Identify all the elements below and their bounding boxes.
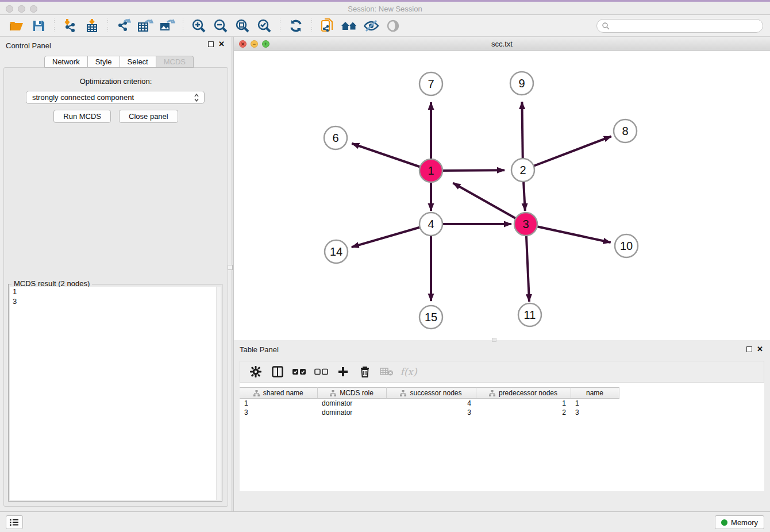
close-table-panel-icon[interactable]: ✕ [757,346,763,352]
clone-network-icon[interactable] [319,17,336,34]
svg-text:3: 3 [522,218,529,230]
column-header-MCDS-role[interactable]: MCDS role [317,388,386,399]
table-cell[interactable]: 4 [386,399,476,408]
table-cell[interactable]: dominator [317,408,386,417]
table-cell[interactable]: 1 [240,399,317,408]
search-input[interactable] [610,22,748,30]
result-scrollbar[interactable] [216,287,221,500]
svg-text:9: 9 [518,77,525,90]
import-table-icon[interactable] [83,17,101,34]
network-graph[interactable]: 7968124314101511 [234,51,770,340]
memory-button[interactable]: Memory [715,515,764,529]
column-header-successor-nodes[interactable]: successor nodes [386,388,476,399]
table-cell[interactable]: 3 [571,408,619,417]
edge-3-10[interactable] [526,224,611,242]
node-10[interactable]: 10 [615,234,638,257]
zoom-fit-icon[interactable] [234,17,251,34]
node-11[interactable]: 11 [518,303,541,326]
result-line: 1 [10,287,221,296]
import-network-icon[interactable] [61,17,79,34]
node-14[interactable]: 14 [325,240,348,263]
tab-mcds[interactable]: MCDS [156,56,194,68]
eye-disabled-icon [384,17,402,34]
table-panel-title: Table Panel [240,345,279,354]
run-mcds-button[interactable]: Run MCDS [53,110,111,123]
node-1[interactable]: 1 [419,159,442,182]
close-panel-icon[interactable]: ✕ [218,41,225,47]
network-canvas[interactable]: 7968124314101511 [234,51,770,340]
export-table-icon[interactable] [137,17,154,34]
node-table-area: shared nameMCDS rolesuccessor nodesprede… [240,383,764,491]
main-toolbar [0,15,770,37]
zoom-in-icon[interactable] [190,17,207,34]
node-6[interactable]: 6 [324,126,347,149]
table-row[interactable]: 3dominator323 [240,408,619,417]
deselect-all-columns-icon[interactable] [313,364,330,379]
horizontal-splitter-handle[interactable] [492,338,496,342]
network-window-titlebar[interactable]: ✕ − + scc.txt [234,38,770,51]
criterion-dropdown[interactable]: strongly connected component [26,91,205,104]
table-row[interactable]: 1dominator411 [240,399,619,408]
tab-network[interactable]: Network [44,56,88,68]
network-window-title: scc.txt [234,40,770,48]
search-icon [602,22,610,30]
table-cell[interactable]: 3 [386,408,476,417]
table-cell[interactable]: 2 [476,408,571,417]
node-15[interactable]: 15 [419,306,442,329]
task-history-button[interactable] [6,515,23,529]
tab-select[interactable]: Select [120,56,156,68]
export-image-icon[interactable] [159,17,176,34]
table-cell[interactable]: 1 [571,399,619,408]
settings-gear-icon[interactable] [247,364,264,379]
search-field[interactable] [596,19,763,33]
edge-2-8[interactable] [523,136,611,170]
close-panel-button[interactable]: Close panel [119,110,178,123]
zoom-selected-icon[interactable] [256,17,273,34]
tab-style[interactable]: Style [88,56,120,68]
svg-text:8: 8 [622,125,628,137]
column-header-name[interactable]: name [571,388,619,399]
column-header-predecessor-nodes[interactable]: predecessor nodes [476,388,571,399]
add-column-icon[interactable] [334,364,352,379]
node-9[interactable]: 9 [510,72,533,95]
edge-3-1[interactable] [453,183,526,224]
mcds-result-groupbox: MCDS result (2 nodes) 13 [8,284,222,502]
table-cell[interactable]: 1 [476,399,571,408]
split-view-icon[interactable] [269,364,286,379]
home-networks-icon[interactable] [341,17,358,34]
table-header-row[interactable]: shared nameMCDS rolesuccessor nodesprede… [240,388,619,399]
table-cell[interactable]: 3 [240,408,317,417]
node-2[interactable]: 2 [511,159,534,182]
optimization-criterion-label: Optimization criterion: [4,77,228,86]
control-panel-header: Control Panel ✕ [0,37,232,54]
node-3[interactable]: 3 [514,213,537,236]
select-all-columns-icon[interactable] [291,364,308,379]
window-title: Session: New Session [0,5,770,13]
svg-text:14: 14 [330,245,342,258]
mcds-result-textarea[interactable]: 13 [10,287,221,500]
table-panel: Table Panel ✕ f(x) [234,342,770,510]
save-session-icon[interactable] [30,17,47,34]
table-panel-header: Table Panel ✕ [234,342,770,357]
hide-selection-eye-icon[interactable] [363,17,380,34]
float-panel-icon[interactable] [208,41,214,47]
export-network-icon[interactable] [115,17,132,34]
node-4[interactable]: 4 [419,213,442,236]
toolbar-separator [280,18,280,34]
svg-text:6: 6 [332,132,338,144]
vertical-splitter-handle[interactable] [228,265,233,270]
delete-column-icon[interactable] [356,364,374,379]
edge-1-6[interactable] [352,144,431,171]
table-cell[interactable]: dominator [317,399,386,408]
edge-4-14[interactable] [352,224,431,247]
dropdown-stepper-icon [192,92,201,103]
float-table-panel-icon[interactable] [746,346,752,352]
node-7[interactable]: 7 [419,72,442,95]
zoom-out-icon[interactable] [212,17,229,34]
svg-text:7: 7 [428,78,434,90]
refresh-icon[interactable] [287,17,305,34]
column-header-shared-name[interactable]: shared name [240,388,317,399]
column-label: successor nodes [410,389,461,397]
node-8[interactable]: 8 [614,119,637,142]
open-session-icon[interactable] [8,17,25,34]
